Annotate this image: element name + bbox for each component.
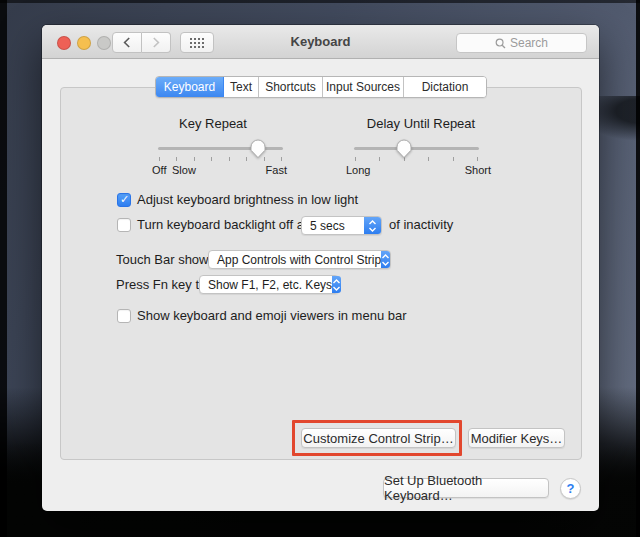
tab-input-sources[interactable]: Input Sources (323, 77, 404, 97)
minimize-button[interactable] (77, 36, 91, 50)
back-button[interactable] (112, 32, 142, 53)
delay-repeat-slider[interactable]: Long Short (354, 140, 479, 170)
backlight-off-suffix: of inactivity (389, 217, 453, 232)
fn-key-label: Press Fn key to (116, 277, 206, 292)
adjust-brightness-label: Adjust keyboard brightness in low light (137, 192, 358, 207)
backlight-duration-popup[interactable]: 5 secs (301, 216, 382, 235)
popup-stepper-icon (332, 276, 341, 293)
popup-value: Show F1, F2, etc. Keys (200, 278, 332, 292)
slider-thumb[interactable] (396, 139, 412, 159)
popup-value: 5 secs (302, 219, 345, 233)
adjust-brightness-checkbox[interactable] (117, 193, 131, 207)
show-all-button[interactable] (180, 32, 214, 53)
show-viewers-label: Show keyboard and emoji viewers in menu … (137, 308, 407, 323)
setup-bluetooth-keyboard-button[interactable]: Set Up Bluetooth Keyboard… (383, 478, 549, 498)
search-icon (495, 38, 506, 49)
desktop: Keyboard Search Key (0, 0, 640, 537)
grid-icon (189, 37, 205, 49)
close-button[interactable] (57, 36, 71, 50)
key-repeat-title: Key Repeat (123, 116, 303, 131)
popup-stepper-icon (381, 251, 390, 268)
popup-value: App Controls with Control Strip (209, 253, 381, 267)
chevron-right-icon (152, 37, 160, 48)
chevron-left-icon (123, 37, 131, 48)
wallpaper-edge (636, 0, 640, 537)
slider-label-short: Short (465, 164, 491, 176)
touch-bar-popup[interactable]: App Controls with Control Strip (208, 250, 391, 269)
slider-label-slow: Slow (172, 164, 196, 176)
fn-key-popup[interactable]: Show F1, F2, etc. Keys (199, 275, 339, 294)
tab-dictation[interactable]: Dictation (404, 77, 486, 97)
title-bar: Keyboard Search (42, 25, 599, 59)
touch-bar-label: Touch Bar shows (116, 252, 215, 267)
tab-shortcuts[interactable]: Shortcuts (259, 77, 323, 97)
zoom-button-disabled (97, 36, 111, 50)
annotation-highlight (292, 420, 462, 456)
tab-bar: Keyboard Text Shortcuts Input Sources Di… (155, 76, 487, 98)
search-input[interactable]: Search (456, 33, 587, 53)
modifier-keys-button[interactable]: Modifier Keys… (468, 428, 565, 448)
slider-ticks (355, 157, 478, 161)
help-button[interactable]: ? (560, 478, 581, 499)
tab-text[interactable]: Text (224, 77, 259, 97)
slider-label-long: Long (346, 164, 370, 176)
backlight-off-label: Turn keyboard backlight off after (137, 217, 323, 232)
slider-label-fast: Fast (266, 164, 287, 176)
slider-track (354, 147, 479, 150)
slider-thumb[interactable] (250, 139, 266, 159)
wallpaper-edge (0, 0, 640, 3)
nav-segment (112, 32, 171, 53)
tab-keyboard[interactable]: Keyboard (156, 77, 224, 97)
forward-button[interactable] (142, 32, 171, 53)
popup-stepper-icon (364, 217, 381, 234)
search-placeholder: Search (510, 36, 548, 50)
delay-repeat-title: Delay Until Repeat (331, 116, 511, 131)
show-viewers-checkbox[interactable] (117, 309, 131, 323)
key-repeat-slider[interactable]: Off Slow Fast (158, 140, 283, 170)
slider-label-off: Off (152, 164, 166, 176)
backlight-off-checkbox[interactable] (117, 218, 131, 232)
keyboard-tab-panel: Key Repeat Off Slow Fast Delay Until Rep… (60, 87, 582, 460)
wallpaper-edge (0, 0, 7, 537)
